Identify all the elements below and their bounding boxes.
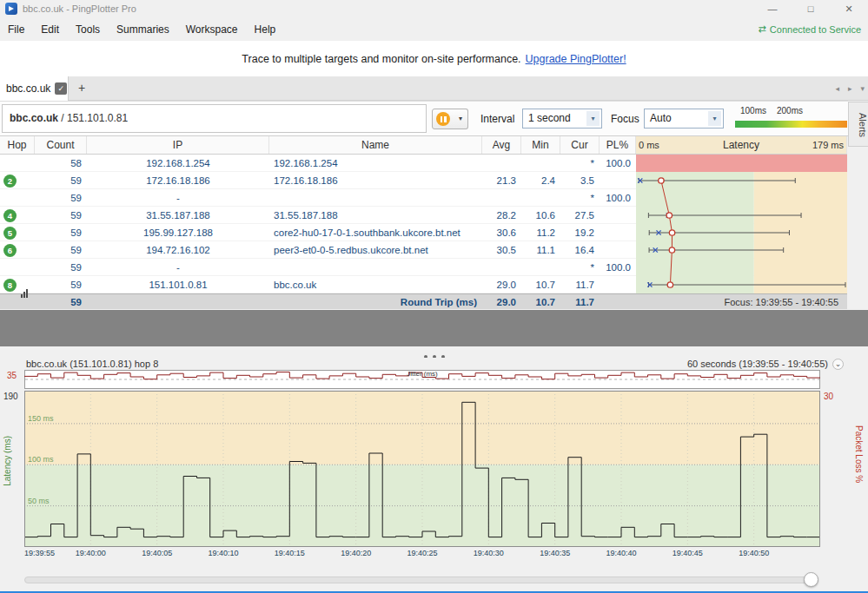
interval-select[interactable]: 1 second ▾ [522,109,602,128]
footer-pl-cell [600,294,636,309]
min-cell [521,189,560,206]
header-ip[interactable]: IP [87,136,269,154]
count-cell: 59 [35,172,87,188]
pl-cell: 100.0 [600,259,636,275]
pause-button[interactable] [432,109,454,129]
menu-bar: File Edit Tools Summaries Workspace Help… [0,17,868,41]
tab-scroll-right-icon[interactable]: ▸ [848,84,852,93]
scrollbar-track[interactable] [24,577,818,583]
latency-column-header: 0 ms Latency 179 ms [636,136,847,154]
svg-text:150 ms: 150 ms [28,414,54,423]
min-cell: 10.7 [521,276,560,293]
trace-toolbar: bbc.co.uk / 151.101.0.81 ▾ Interval 1 se… [0,101,848,136]
alerts-side-tab[interactable]: Alerts [848,102,868,147]
min-cell: 11.2 [521,224,560,240]
window-title: bbc.co.uk - PingPlotter Pro [23,3,136,14]
tab-status-check-icon: ✓ [55,82,67,95]
app-icon [5,3,17,15]
header-name[interactable]: Name [269,136,482,154]
hop-number-badge: 8 [3,279,17,292]
latency-color-legend-bar [735,121,847,128]
minimize-button[interactable]: — [753,0,792,17]
connection-status-label: Connected to Service [770,24,861,35]
upgrade-link[interactable]: Upgrade PingPlotter! [526,53,626,65]
packetloss-axis-max: 30 [824,392,833,401]
trace-grid: Hop Count IP Name Avg Min Cur PL% 0 ms L… [0,136,847,309]
round-trip-label: Round Trip (ms) [269,294,482,309]
latency-timeline-chart[interactable]: 150 ms100 ms50 ms [24,391,820,547]
hop-number-badge: 5 [3,227,17,240]
min-cell [521,155,560,171]
close-button[interactable]: ✕ [830,0,868,17]
timeline-collapse-icon[interactable]: ⌄ [832,359,844,370]
hop-number-badge: 2 [3,175,17,188]
menu-help[interactable]: Help [255,23,276,36]
count-cell: 59 [35,259,87,275]
latency-axis-label: Latency (ms) [3,436,12,486]
maximize-button[interactable]: □ [792,0,830,17]
tab-menu-icon[interactable]: ▾ [860,84,865,93]
interval-value: 1 second [528,112,571,124]
min-cell [521,259,560,275]
menu-tools[interactable]: Tools [76,23,100,36]
splitter-handle[interactable] [0,346,868,358]
ip-cell: 195.99.127.188 [87,224,269,240]
min-cell: 11.1 [521,241,560,258]
x-axis-tick-label: 19:40:30 [474,549,504,557]
focus-select[interactable]: Auto ▾ [644,109,724,128]
pl-cell: 100.0 [600,155,636,171]
avg-cell: 30.5 [482,241,521,258]
timeline-range-label: 60 seconds (19:39:55 - 19:40:55) [687,359,828,369]
hop-cell [0,259,35,275]
footer-cur: 11.7 [560,294,600,309]
latency-axis-max: 190 [3,392,18,401]
new-tab-button[interactable]: + [74,80,89,96]
menu-workspace[interactable]: Workspace [186,23,238,36]
jitter-strip-chart: Jitter (ms) [24,370,820,389]
header-hop[interactable]: Hop [0,136,35,154]
tab-scroll-left-icon[interactable]: ◂ [835,84,839,93]
avg-cell [482,189,521,206]
count-cell: 58 [35,155,87,171]
header-min[interactable]: Min [521,136,560,154]
avg-cell: 30.6 [482,224,521,240]
name-cell: core2-hu0-17-0-1.southbank.ukcore.bt.net [269,224,482,240]
ip-cell: - [87,259,269,275]
cur-cell: 19.2 [560,224,600,240]
name-cell [269,189,482,206]
header-pl[interactable]: PL% [600,136,636,154]
cur-cell: 27.5 [560,207,600,223]
menu-summaries[interactable]: Summaries [116,23,169,36]
header-count[interactable]: Count [35,136,87,154]
chevron-down-icon: ▾ [708,111,721,126]
banner-text: Trace to multiple targets and monitor on… [242,53,520,65]
menu-edit[interactable]: Edit [41,23,59,36]
header-cur[interactable]: Cur [560,136,600,154]
jitter-title: Jitter (ms) [407,370,438,378]
ip-cell: 194.72.16.102 [87,241,269,258]
table-footer: 59 Round Trip (ms) 29.0 10.7 11.7 Focus:… [0,293,847,309]
connection-status[interactable]: ⇄ Connected to Service [759,23,861,35]
scrollbar-thumb[interactable] [804,572,818,587]
collapsed-panel-area [0,310,868,346]
name-cell: peer3-et0-0-5.redbus.ukcore.bt.net [269,241,482,258]
x-axis-tick-label: 19:40:40 [606,549,636,557]
pause-dropdown-button[interactable]: ▾ [454,109,468,129]
menu-file[interactable]: File [8,23,24,36]
target-address-box[interactable]: bbc.co.uk / 151.101.0.81 [2,104,427,133]
hop-cell: 2 [0,172,35,188]
cur-cell: * [560,155,600,171]
svg-text:50 ms: 50 ms [28,497,50,505]
interval-label: Interval [480,113,514,125]
target-host: bbc.co.uk [10,112,58,124]
header-avg[interactable]: Avg [482,136,521,154]
count-cell: 59 [35,207,87,223]
footer-avg: 29.0 [482,294,521,309]
jitter-axis-max: 35 [7,371,17,380]
hop-cell [0,155,35,171]
tab-bbc[interactable]: bbc.co.uk ✓ [0,76,69,101]
name-cell: 172.16.18.186 [269,172,482,188]
tab-scroll-controls: ◂ ▸ ▾ [835,76,865,101]
ip-cell: 172.16.18.186 [87,172,269,188]
x-axis-tick-label: 19:40:25 [407,549,437,557]
